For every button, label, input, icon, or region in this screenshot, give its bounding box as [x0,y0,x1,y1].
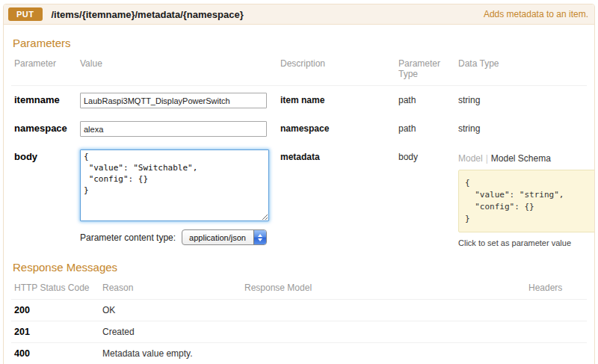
param-name: body [11,149,80,162]
endpoint-summary: Adds metadata to an item. [484,9,588,19]
response-row-400: 400 Metadata value empty. [11,343,587,364]
col-reason: Reason [102,283,244,293]
response-row-201: 201 Created [11,321,587,343]
param-name: itemname [11,93,80,105]
endpoint-header[interactable]: PUT /items/{itemname}/metadata/{namespac… [4,4,594,25]
param-description: namespace [280,121,398,134]
parameters-table-header: Parameter Value Description Parameter Ty… [11,57,587,86]
body-textarea[interactable]: { "value": "Switchable", "config": {} } [80,149,269,221]
param-type: path [398,121,458,134]
col-data-type: Data Type [458,58,587,69]
col-description: Description [280,58,398,69]
col-headers: Headers [528,283,587,293]
param-row-body: body { "value": "Switchable", "config": … [11,143,587,253]
status-code: 201 [11,327,102,337]
col-parameter-type: Parameter Type [398,58,458,79]
param-row-namespace: namespace namespace path string [11,114,587,143]
col-status-code: HTTP Status Code [11,283,102,293]
snippet-hint: Click to set as parameter value [458,238,595,247]
param-description: metadata [280,149,398,162]
content-type-value: application/json [182,230,253,244]
tab-model[interactable]: Model [458,153,483,164]
param-name: namespace [11,121,80,134]
param-row-itemname: itemname item name path string [11,86,587,114]
namespace-input[interactable] [80,121,267,137]
param-data-type: string [458,93,587,105]
col-value: Value [80,58,280,69]
status-code: 200 [11,305,102,315]
http-method-badge: PUT [8,7,43,21]
itemname-input[interactable] [80,93,267,108]
param-description: item name [280,93,398,105]
select-stepper-icon [253,230,266,244]
col-parameter: Parameter [11,58,80,69]
parameters-heading: Parameters [13,37,587,49]
endpoint-panel: PUT /items/{itemname}/metadata/{namespac… [3,4,595,364]
param-data-type: string [458,121,587,134]
response-row-200: 200 OK [11,300,587,321]
content-type-label: Parameter content type: [80,232,176,243]
status-code: 400 [11,348,102,359]
tab-model-schema[interactable]: Model Schema [491,153,551,164]
reason: Metadata value empty. [102,348,244,359]
response-messages-heading: Response Messages [13,261,587,274]
model-schema-cell: Model|Model Schema { "value": "string", … [458,149,595,247]
endpoint-path[interactable]: /items/{itemname}/metadata/{namespace} [52,9,244,20]
col-response-model: Response Model [244,283,528,293]
reason: OK [102,305,244,315]
reason: Created [102,327,244,337]
param-type: body [398,149,458,162]
model-schema-snippet[interactable]: { "value": "string", "config": {} } [458,170,595,232]
content-type-select[interactable]: application/json [182,229,267,245]
endpoint-body: Parameters Parameter Value Description P… [4,25,594,364]
responses-table-header: HTTP Status Code Reason Response Model H… [11,281,587,300]
tab-separator: | [486,153,488,164]
param-type: path [398,93,458,105]
